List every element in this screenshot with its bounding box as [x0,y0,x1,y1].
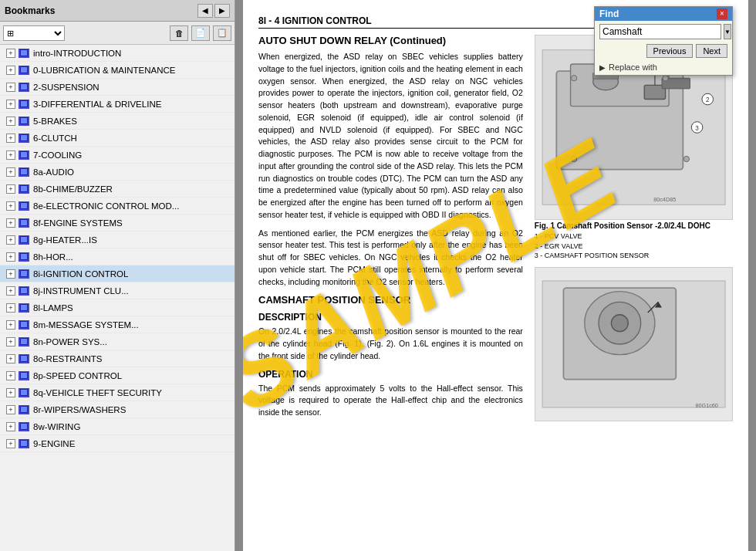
sidebar-content[interactable]: +intro-INTRODUCTION+0-LUBRICATION & MAIN… [0,45,235,551]
book-icon-9 [19,439,29,448]
sidebar-item-8f[interactable]: +8f-ENGINE SYSTEMS [0,215,235,232]
expand-icon-8h[interactable]: + [6,252,15,262]
bookmark-label-8h: 8h-HOR... [33,252,73,262]
book-icon-intro [19,49,29,58]
sidebar-item-8n[interactable]: +8n-POWER SYS... [0,333,235,350]
find-text-input[interactable] [599,24,721,39]
find-options-btn[interactable]: ▼ [724,24,731,39]
sidebar-item-8i[interactable]: +8i-IGNITION CONTROL [0,265,235,282]
sidebar-item-8g[interactable]: +8g-HEATER...IS [0,232,235,248]
sidebar-item-8q[interactable]: +8q-VEHICLE THEFT SECURITY [0,384,235,401]
sidebar-item-8h[interactable]: +8h-HOR... [0,248,235,265]
expand-icon-6[interactable]: + [6,134,15,143]
book-icon-8b [19,184,29,194]
expand-icon-8j[interactable]: + [6,286,15,296]
bookmark-label-8p: 8p-SPEED CONTROL [33,371,122,380]
svg-point-12 [571,76,576,81]
expand-icon-2[interactable]: + [6,83,15,92]
expand-icon-8i[interactable]: + [6,269,15,279]
doc-right-column: 2 3 80c4D85 [535,35,733,524]
sidebar-item-7[interactable]: +7-COOLING [0,147,235,164]
expand-icon-5[interactable]: + [6,117,15,126]
toolbar-view-dropdown[interactable]: ⊞ [3,25,65,41]
sidebar-item-8j[interactable]: +8j-INSTRUMENT CLU... [0,282,235,299]
expand-icon-8o[interactable]: + [6,354,15,363]
expand-icon-8e[interactable]: + [6,201,15,211]
sidebar-item-8a[interactable]: +8a-AUDIO [0,164,235,181]
bookmark-label-8w: 8w-WIRING [33,422,80,431]
expand-icon-3[interactable]: + [6,100,15,109]
toolbar-copy-btn[interactable]: 📋 [213,25,231,41]
book-icon-8j [19,286,29,296]
sidebar-item-0[interactable]: +0-LUBRICATION & MAINTENANCE [0,62,235,79]
sidebar-item-3[interactable]: +3-DIFFERENTIAL & DRIVELINE [0,96,235,113]
find-close-btn[interactable]: × [717,8,727,19]
find-nav-row: Previous Next [595,42,732,61]
expand-icon-8a[interactable]: + [6,167,15,177]
sidebar-prev-btn[interactable]: ◀ [197,4,213,18]
sidebar-next-btn[interactable]: ▶ [214,4,230,18]
sidebar-item-5[interactable]: +5-BRAKES [0,113,235,130]
book-icon-7 [19,150,29,160]
svg-text:2: 2 [706,96,710,103]
expand-icon-0[interactable]: + [6,66,15,75]
section-header-left: 8I - 4 IGNITION CONTROL [258,15,372,26]
sidebar-item-8l[interactable]: +8l-LAMPS [0,299,235,316]
expand-icon-8l[interactable]: + [6,303,15,313]
book-icon-8q [19,388,29,397]
sidebar-item-6[interactable]: +6-CLUTCH [0,130,235,147]
book-icon-2 [19,83,29,92]
find-previous-btn[interactable]: Previous [646,44,694,58]
doc-left-column: AUTO SHUT DOWN RELAY (Continued) When en… [258,35,523,524]
sidebar-title: Bookmarks [5,5,55,16]
bookmark-label-9: 9-ENGINE [33,439,75,448]
diagram-2-svg: 80G1c60 [535,268,732,421]
toolbar-delete-btn[interactable]: 🗑 [170,25,188,41]
sidebar-item-intro[interactable]: +intro-INTRODUCTION [0,45,235,62]
expand-icon-8g[interactable]: + [6,235,15,245]
book-icon-0 [19,66,29,75]
expand-icon-8b[interactable]: + [6,184,15,194]
doc-columns: AUTO SHUT DOWN RELAY (Continued) When en… [258,35,733,524]
sidebar-item-9[interactable]: +9-ENGINE [0,435,235,452]
expand-icon-9[interactable]: + [6,439,15,448]
expand-icon-intro[interactable]: + [6,49,15,58]
diagram-1-label-2: 2 - EGR VALVE [535,242,733,252]
sidebar-item-8b[interactable]: +8b-CHIME/BUZZER [0,181,235,198]
svg-point-13 [663,76,668,81]
expand-icon-8f[interactable]: + [6,218,15,228]
find-next-btn[interactable]: Next [696,44,727,58]
expand-icon-8q[interactable]: + [6,388,15,397]
expand-icon-8n[interactable]: + [6,337,15,346]
bookmark-label-8f: 8f-ENGINE SYSTEMS [33,218,123,228]
sidebar-item-8o[interactable]: +8o-RESTRAINTS [0,350,235,367]
find-toolbar-header: Find × [595,7,732,21]
sidebar-item-2[interactable]: +2-SUSPENSION [0,79,235,96]
diagram-1-label-3: 3 - CAMSHAFT POSITION SENSOR [535,251,733,261]
expand-icon-8m[interactable]: + [6,320,15,330]
operation-text: The PCM sends approximately 5 volts to t… [258,383,523,419]
bookmark-label-8m: 8m-MESSAGE SYSTEM... [33,320,139,330]
sidebar-item-8r[interactable]: +8r-WIPERS/WASHERS [0,401,235,418]
expand-icon-8w[interactable]: + [6,422,15,431]
book-icon-8p [19,371,29,380]
sidebar-item-8w[interactable]: +8w-WIRING [0,418,235,435]
bookmark-label-6: 6-CLUTCH [33,134,77,143]
expand-icon-8p[interactable]: + [6,371,15,380]
book-icon-8a [19,167,29,177]
book-icon-8e [19,201,29,211]
description-text: On 2.0/2.4L engines the camshaft positio… [258,326,523,362]
book-icon-8g [19,235,29,245]
sidebar-item-8m[interactable]: +8m-MESSAGE SYSTEM... [0,316,235,333]
expand-icon-7[interactable]: + [6,150,15,160]
toolbar-new-btn[interactable]: 📄 [191,25,210,41]
sidebar-item-8e[interactable]: +8e-ELECTRONIC CONTROL MOD... [0,198,235,215]
expand-icon-8r[interactable]: + [6,405,15,414]
book-icon-8w [19,422,29,431]
main-content: Find × ▼ Previous Next ▶ Replace with 8I… [235,0,756,551]
book-icon-8h [19,252,29,262]
bookmark-label-0: 0-LUBRICATION & MAINTENANCE [33,66,175,75]
sidebar-item-8p[interactable]: +8p-SPEED CONTROL [0,367,235,384]
replace-expand-icon[interactable]: ▶ [599,63,606,72]
book-icon-8m [19,320,29,330]
